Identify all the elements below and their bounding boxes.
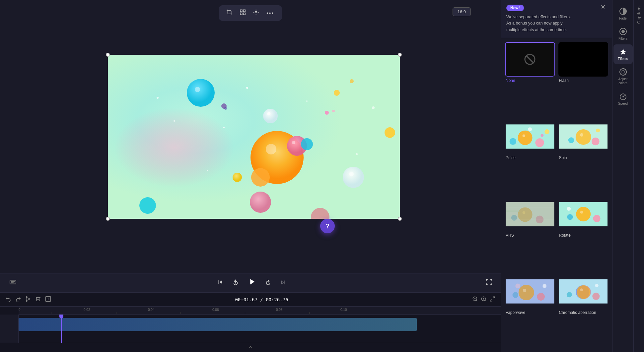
effect-spin-label: Spin (558, 155, 608, 160)
help-button[interactable]: ? (320, 219, 335, 233)
aspect-ratio-badge: 16:9 (453, 7, 471, 16)
redo-button[interactable] (15, 296, 21, 303)
handle-bl[interactable] (106, 217, 110, 221)
svg-point-75 (518, 207, 533, 222)
effect-flash[interactable]: Flash (558, 42, 608, 116)
video-clip[interactable] (19, 318, 417, 331)
handle-br[interactable] (398, 217, 402, 221)
sidebar-item-filters[interactable]: Filters (613, 24, 633, 44)
svg-rect-2 (240, 13, 242, 15)
svg-point-15 (251, 168, 270, 187)
video-toolbar: ••• (219, 5, 282, 21)
svg-point-32 (372, 106, 375, 109)
svg-point-12 (350, 79, 354, 83)
skip-end-button[interactable] (278, 277, 288, 288)
adjust-colors-icon (619, 68, 627, 76)
effect-vhs[interactable]: VHS (505, 197, 555, 271)
svg-point-76 (523, 211, 526, 214)
svg-point-87 (567, 214, 573, 220)
svg-point-110 (622, 96, 624, 97)
svg-rect-82 (506, 210, 520, 212)
svg-point-33 (246, 87, 248, 89)
svg-point-91 (523, 289, 526, 292)
svg-point-63 (535, 138, 544, 147)
add-media-button[interactable] (45, 296, 51, 303)
zoom-out-button[interactable] (472, 296, 478, 303)
playhead-marker (59, 315, 63, 318)
effect-vaporwave[interactable]: Vaporwave (505, 274, 555, 348)
svg-point-69 (575, 129, 591, 145)
svg-rect-79 (506, 207, 554, 207)
playback-controls: 5 (0, 273, 501, 292)
svg-point-18 (250, 192, 271, 213)
handle-tl[interactable] (106, 53, 110, 57)
effects-grid: None Flash (501, 38, 612, 352)
effect-pulse[interactable]: Pulse (505, 119, 555, 193)
crop-button[interactable] (223, 7, 235, 19)
fullscreen-button[interactable] (485, 278, 493, 287)
sidebar-item-speed[interactable]: Speed (613, 89, 633, 109)
svg-point-93 (513, 292, 519, 298)
svg-point-90 (519, 285, 534, 300)
tick-5 (180, 312, 181, 315)
svg-point-67 (540, 134, 543, 137)
svg-point-10 (195, 87, 200, 92)
svg-point-64 (510, 138, 517, 145)
effect-pulse-label: Pulse (505, 155, 555, 160)
svg-point-36 (306, 100, 308, 102)
svg-rect-81 (506, 219, 554, 219)
fit-timeline-button[interactable] (489, 296, 495, 303)
delete-button[interactable] (35, 296, 41, 303)
zoom-in-button[interactable] (481, 296, 487, 303)
svg-point-23 (263, 109, 278, 123)
skip-start-button[interactable] (215, 277, 225, 289)
svg-point-9 (187, 79, 215, 107)
play-pause-button[interactable] (246, 276, 258, 290)
point-button[interactable] (250, 7, 262, 19)
sidebar-item-adjust-colors[interactable]: Adjust colors (613, 65, 633, 88)
svg-point-62 (523, 135, 526, 138)
effect-none[interactable]: None (505, 42, 555, 116)
effects-panel: New! We've separated effects and filters… (501, 0, 612, 352)
cut-button[interactable] (25, 296, 31, 303)
time-display: 00:01.67 / 00:26.76 (235, 297, 288, 302)
sidebar-adjust-colors-label: Adjust colors (615, 77, 631, 85)
sidebar-fade-label: Fade (619, 17, 627, 20)
rewind-5-button[interactable]: 5 (231, 277, 241, 288)
undo-button[interactable] (5, 296, 11, 303)
svg-line-50 (476, 300, 477, 301)
svg-point-101 (592, 292, 600, 300)
timeline-area: 00:01.67 / 00:26.76 (0, 292, 501, 352)
sidebar-filters-label: Filters (618, 37, 627, 40)
handle-tr[interactable] (398, 53, 402, 57)
svg-point-30 (332, 110, 335, 112)
effect-spin[interactable]: Spin (558, 119, 608, 193)
notice-close-button[interactable]: ✕ (599, 3, 607, 11)
svg-rect-80 (506, 213, 554, 213)
svg-point-26 (349, 172, 354, 176)
svg-point-37 (356, 153, 358, 155)
svg-point-100 (580, 288, 583, 291)
new-notice: New! We've separated effects and filters… (501, 0, 612, 38)
time-mark-8: 0:08 (276, 308, 282, 312)
sidebar-item-effects[interactable]: Effects (613, 44, 633, 64)
svg-point-108 (622, 71, 624, 73)
sidebar-speed-label: Speed (618, 102, 628, 105)
tick-3 (116, 312, 116, 315)
fit-button[interactable] (237, 7, 249, 19)
svg-point-94 (542, 284, 546, 288)
effect-rotate[interactable]: Rotate (558, 197, 608, 271)
playhead[interactable] (61, 315, 62, 343)
sidebar-item-fade[interactable]: Fade (613, 4, 633, 24)
forward-5-button[interactable] (263, 277, 273, 288)
svg-point-25 (343, 167, 364, 188)
svg-rect-1 (243, 10, 245, 12)
effect-chromatic-aberration[interactable]: Chromatic aberration (558, 274, 608, 348)
sidebar-icons: Fade Filters Effects (612, 0, 633, 352)
time-mark-2: 0:02 (84, 308, 90, 312)
collapse-timeline-button[interactable] (241, 344, 260, 351)
svg-point-99 (576, 285, 590, 299)
subtitle-toggle-button[interactable] (8, 277, 18, 289)
more-options-button[interactable]: ••• (263, 7, 277, 19)
svg-point-78 (511, 215, 517, 221)
